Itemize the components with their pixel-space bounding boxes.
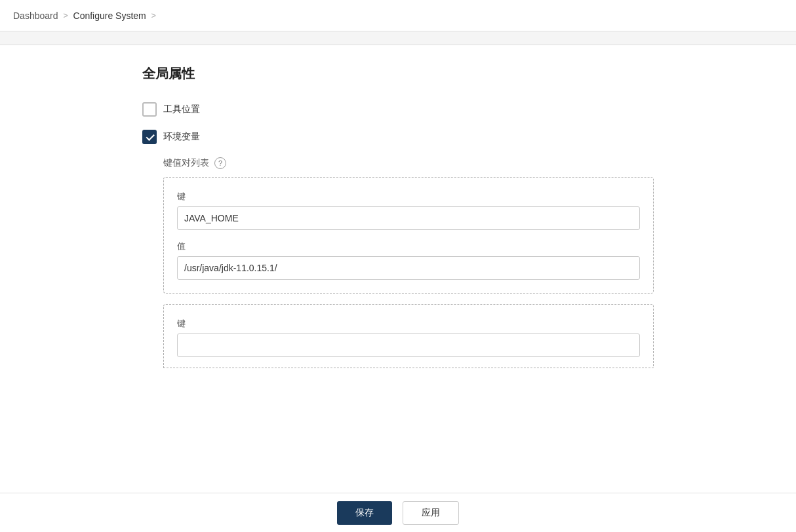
kv-label-row: 键值对列表 ?: [163, 157, 654, 169]
env-vars-subsection: 键值对列表 ? 键 值 键: [163, 157, 654, 368]
key-label-1: 键: [177, 191, 640, 202]
key-input-2[interactable]: [177, 333, 640, 357]
kv-list-label: 键值对列表: [163, 157, 209, 169]
kv-entry-2: 键: [163, 304, 654, 368]
section-title: 全局属性: [142, 65, 654, 83]
breadcrumb-home[interactable]: Dashboard: [13, 10, 58, 21]
key-field-group-1: 键: [177, 191, 640, 230]
breadcrumb-configure-system[interactable]: Configure System: [73, 10, 146, 21]
content-area: 全局属性 工具位置 环境变量 键值对列表 ? 键 值: [103, 45, 693, 434]
key-field-group-2: 键: [177, 318, 640, 357]
value-label-1: 值: [177, 240, 640, 252]
key-label-2: 键: [177, 318, 640, 330]
kv-entry-1: 键 值: [163, 177, 654, 294]
save-button[interactable]: 保存: [337, 501, 392, 506]
tools-location-label: 工具位置: [163, 104, 200, 115]
footer-bar: 保存 应用: [0, 493, 796, 506]
env-vars-checkbox[interactable]: [142, 130, 157, 144]
breadcrumb-separator-1: >: [64, 11, 68, 20]
value-input-1[interactable]: [177, 256, 640, 280]
main-content: 全局属性 工具位置 环境变量 键值对列表 ? 键 值: [0, 45, 796, 506]
env-vars-label: 环境变量: [163, 131, 200, 143]
breadcrumb-bar: Dashboard > Configure System >: [0, 0, 796, 31]
breadcrumb-separator-2: >: [151, 11, 156, 20]
tools-location-row: 工具位置: [142, 102, 654, 117]
key-input-1[interactable]: [177, 206, 640, 230]
apply-button[interactable]: 应用: [403, 501, 459, 506]
help-icon[interactable]: ?: [214, 157, 226, 169]
tools-location-checkbox[interactable]: [142, 102, 157, 117]
env-vars-row: 环境变量: [142, 130, 654, 144]
value-field-group-1: 值: [177, 240, 640, 280]
